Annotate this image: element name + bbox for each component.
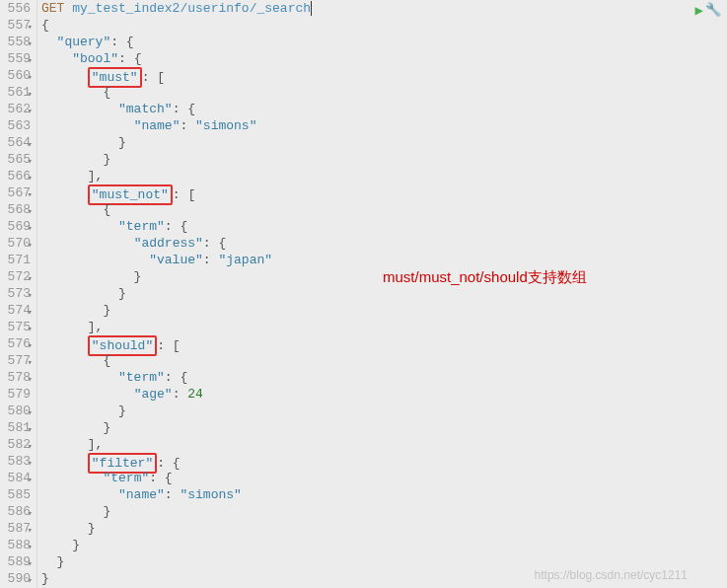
line-number: 576▾	[2, 335, 31, 352]
line-number: 578▾	[2, 369, 31, 386]
line-number: 571	[2, 252, 31, 268]
line-number: 590▾	[2, 570, 31, 587]
line-number: 568▾	[2, 201, 31, 218]
line-number: 574▾	[2, 302, 31, 319]
line-number: 559▾	[2, 50, 31, 67]
code-area[interactable]: ▶ 🔧 GET my_test_index2/userinfo/_search …	[37, 0, 727, 588]
run-icon[interactable]: ▶	[695, 2, 703, 19]
line-number: 570▾	[2, 235, 31, 252]
line-number: 572▾	[2, 268, 31, 285]
annotation-text: must/must_not/should支持数组	[383, 268, 587, 287]
line-number: 575▾	[2, 319, 31, 335]
line-number: 580▾	[2, 403, 31, 419]
line-number: 579	[2, 386, 31, 403]
line-number: 567▾	[2, 184, 31, 201]
fold-icon[interactable]: ▾	[28, 573, 33, 588]
line-number: 573▾	[2, 285, 31, 302]
http-method: GET	[41, 1, 64, 16]
name-key-2: "name"	[118, 487, 165, 502]
line-number: 560▾	[2, 67, 31, 84]
code-editor[interactable]: 556557▾558▾559▾560▾561▾562▾563564▾565▾56…	[0, 0, 727, 588]
term-key-3: "term"	[103, 471, 149, 485]
line-number: 587▾	[2, 520, 31, 537]
should-key: "should"	[92, 338, 153, 353]
line-number: 566▾	[2, 168, 31, 184]
line-number: 557▾	[2, 17, 31, 34]
line-number: 577▾	[2, 352, 31, 369]
line-number: 583▾	[2, 453, 31, 470]
query-key: "query"	[57, 35, 111, 49]
must-key: "must"	[92, 70, 138, 85]
line-number: 558▾	[2, 34, 31, 50]
match-key: "match"	[118, 102, 173, 116]
address-key: "address"	[134, 236, 203, 251]
value-key: "value"	[149, 253, 203, 267]
line-number: 565▾	[2, 151, 31, 168]
line-number: 564▾	[2, 134, 31, 151]
wrench-icon[interactable]: 🔧	[705, 2, 721, 18]
value-japan: "japan"	[218, 253, 272, 267]
line-number: 563	[2, 117, 31, 134]
age-value: 24	[187, 387, 203, 402]
term-key-2: "term"	[118, 370, 165, 385]
line-number: 584▾	[2, 470, 31, 486]
line-number: 562▾	[2, 101, 31, 117]
watermark-text: https://blog.csdn.net/cyc1211	[535, 568, 688, 582]
age-key: "age"	[134, 387, 173, 402]
line-number: 561▾	[2, 84, 31, 101]
must-not-key: "must_not"	[92, 187, 169, 202]
line-number: 586▾	[2, 503, 31, 520]
name-value: "simons"	[195, 118, 256, 133]
line-gutter: 556557▾558▾559▾560▾561▾562▾563564▾565▾56…	[0, 0, 37, 588]
line-number: 585	[2, 486, 31, 503]
filter-key: "filter"	[92, 456, 153, 471]
line-number: 569▾	[2, 218, 31, 235]
line-number: 581▾	[2, 419, 31, 436]
line-number: 556	[2, 0, 31, 17]
line-number: 589▾	[2, 553, 31, 570]
line-number: 588▾	[2, 537, 31, 553]
request-path: my_test_index2/userinfo/_search	[64, 1, 311, 16]
line-number: 582▾	[2, 436, 31, 453]
name-value-2: "simons"	[180, 487, 241, 502]
bool-key: "bool"	[72, 51, 118, 66]
name-key: "name"	[134, 118, 181, 133]
term-key: "term"	[118, 219, 165, 234]
